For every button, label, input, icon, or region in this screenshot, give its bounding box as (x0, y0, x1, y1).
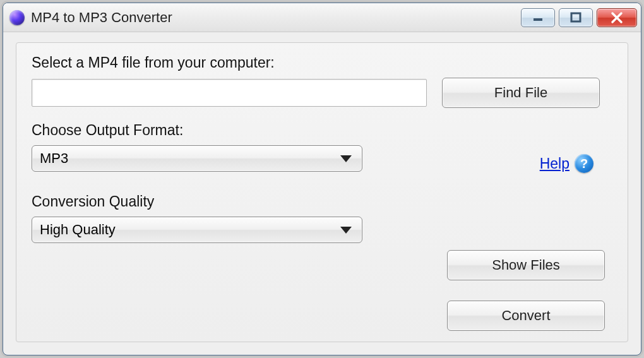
maximize-button[interactable] (559, 8, 593, 27)
select-file-label: Select a MP4 file from your computer: (32, 54, 612, 71)
show-files-button[interactable]: Show Files (447, 250, 605, 280)
output-format-select[interactable]: MP3 (32, 145, 362, 172)
minimize-icon (532, 11, 544, 24)
window-controls (521, 8, 637, 27)
svg-rect-1 (571, 13, 580, 21)
action-buttons: Show Files Convert (447, 250, 605, 331)
help-link[interactable]: Help (540, 155, 569, 172)
chevron-down-icon (340, 155, 352, 162)
svg-rect-0 (534, 18, 542, 21)
maximize-icon (569, 11, 582, 24)
file-section: Select a MP4 file from your computer: Fi… (32, 54, 612, 108)
help-area: Help ? (540, 154, 593, 173)
find-file-button[interactable]: Find File (442, 78, 600, 108)
quality-value: High Quality (40, 222, 116, 238)
convert-button[interactable]: Convert (447, 301, 605, 331)
titlebar: MP4 to MP3 Converter (3, 3, 641, 32)
file-path-input[interactable] (32, 79, 427, 107)
format-section: Choose Output Format: MP3 (32, 122, 612, 172)
chevron-down-icon (340, 227, 352, 234)
output-format-label: Choose Output Format: (32, 122, 612, 139)
quality-label: Conversion Quality (32, 193, 612, 210)
close-button[interactable] (597, 8, 637, 27)
window-title: MP4 to MP3 Converter (31, 9, 521, 26)
close-icon (610, 11, 624, 25)
app-icon (9, 10, 25, 25)
output-format-value: MP3 (40, 150, 68, 167)
app-window: MP4 to MP3 Converter Select a MP4 file f… (3, 3, 641, 355)
quality-select[interactable]: High Quality (32, 217, 362, 243)
help-icon[interactable]: ? (575, 154, 593, 173)
main-panel: Select a MP4 file from your computer: Fi… (16, 42, 628, 342)
quality-section: Conversion Quality High Quality (32, 193, 612, 243)
minimize-button[interactable] (521, 8, 555, 27)
file-row: Find File (32, 78, 612, 108)
content-area: Select a MP4 file from your computer: Fi… (3, 32, 641, 355)
